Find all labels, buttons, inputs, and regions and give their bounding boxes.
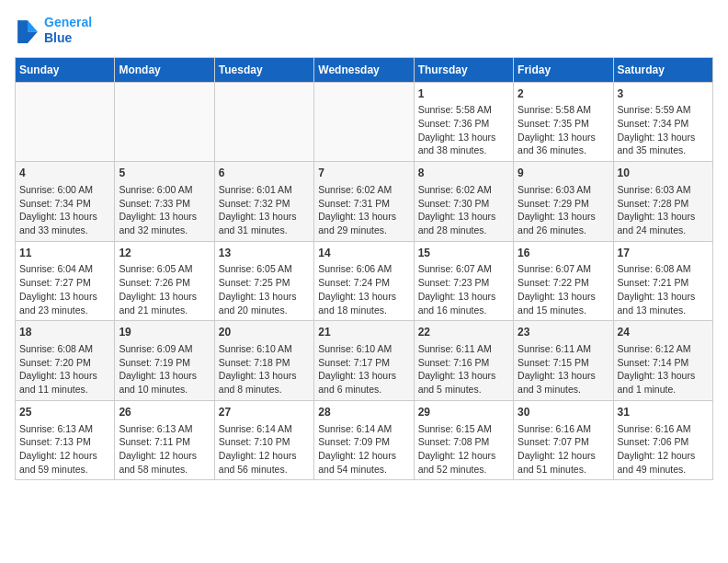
day-number: 3 <box>618 86 709 102</box>
calendar-day: 30Sunrise: 6:16 AMSunset: 7:07 PMDayligh… <box>514 400 613 480</box>
day-info: Sunrise: 6:08 AMSunset: 7:20 PMDaylight:… <box>19 342 110 396</box>
day-info: Sunrise: 6:03 AMSunset: 7:28 PMDaylight:… <box>618 183 709 237</box>
day-number: 26 <box>119 405 210 420</box>
calendar-day <box>115 82 214 162</box>
day-info: Sunrise: 6:16 AMSunset: 7:06 PMDaylight:… <box>618 422 709 477</box>
day-number: 7 <box>318 166 409 181</box>
day-info: Sunrise: 6:13 AMSunset: 7:13 PMDaylight:… <box>19 422 110 477</box>
calendar-day: 15Sunrise: 6:07 AMSunset: 7:23 PMDayligh… <box>414 241 513 321</box>
day-info: Sunrise: 6:00 AMSunset: 7:33 PMDaylight:… <box>119 183 210 237</box>
day-info: Sunrise: 6:14 AMSunset: 7:09 PMDaylight:… <box>318 422 409 477</box>
day-number: 1 <box>418 86 509 102</box>
calendar-header-thursday: Thursday <box>414 57 513 82</box>
day-number: 30 <box>518 405 609 420</box>
day-number: 9 <box>518 166 609 181</box>
svg-marker-2 <box>17 20 28 43</box>
calendar-day: 29Sunrise: 6:15 AMSunset: 7:08 PMDayligh… <box>414 400 513 480</box>
day-info: Sunrise: 6:05 AMSunset: 7:25 PMDaylight:… <box>219 262 310 316</box>
day-number: 31 <box>618 405 709 420</box>
calendar-week-row: 11Sunrise: 6:04 AMSunset: 7:27 PMDayligh… <box>16 241 713 321</box>
calendar-day: 25Sunrise: 6:13 AMSunset: 7:13 PMDayligh… <box>16 400 115 480</box>
calendar-day: 4Sunrise: 6:00 AMSunset: 7:34 PMDaylight… <box>16 162 115 242</box>
calendar-day: 19Sunrise: 6:09 AMSunset: 7:19 PMDayligh… <box>115 321 214 401</box>
calendar-day: 12Sunrise: 6:05 AMSunset: 7:26 PMDayligh… <box>115 241 214 321</box>
day-number: 27 <box>219 405 310 420</box>
day-number: 10 <box>618 166 709 181</box>
day-info: Sunrise: 5:59 AMSunset: 7:34 PMDaylight:… <box>618 103 709 157</box>
day-number: 20 <box>219 325 310 340</box>
calendar-header-sunday: Sunday <box>16 57 115 82</box>
calendar-day <box>314 82 414 162</box>
day-info: Sunrise: 6:07 AMSunset: 7:22 PMDaylight:… <box>518 262 609 316</box>
calendar-header-wednesday: Wednesday <box>314 57 414 82</box>
day-info: Sunrise: 6:09 AMSunset: 7:19 PMDaylight:… <box>119 342 210 396</box>
page-header: General Blue <box>15 15 713 46</box>
calendar-day: 3Sunrise: 5:59 AMSunset: 7:34 PMDaylight… <box>613 82 712 162</box>
day-number: 17 <box>618 246 709 261</box>
logo-icon <box>15 17 40 43</box>
day-info: Sunrise: 6:10 AMSunset: 7:18 PMDaylight:… <box>219 342 310 396</box>
day-number: 25 <box>19 405 110 420</box>
calendar-day: 2Sunrise: 5:58 AMSunset: 7:35 PMDaylight… <box>514 82 613 162</box>
logo: General Blue <box>15 15 92 46</box>
calendar-day <box>16 82 115 162</box>
calendar-day: 5Sunrise: 6:00 AMSunset: 7:33 PMDaylight… <box>115 162 214 242</box>
calendar-day: 20Sunrise: 6:10 AMSunset: 7:18 PMDayligh… <box>214 321 313 401</box>
day-info: Sunrise: 6:12 AMSunset: 7:14 PMDaylight:… <box>618 342 709 396</box>
svg-marker-1 <box>28 31 38 42</box>
day-info: Sunrise: 6:07 AMSunset: 7:23 PMDaylight:… <box>418 262 509 316</box>
svg-marker-0 <box>28 20 38 31</box>
calendar-week-row: 1Sunrise: 5:58 AMSunset: 7:36 PMDaylight… <box>16 82 713 162</box>
day-info: Sunrise: 5:58 AMSunset: 7:35 PMDaylight:… <box>518 103 609 157</box>
day-number: 21 <box>318 325 409 340</box>
day-number: 22 <box>418 325 509 340</box>
calendar-day: 13Sunrise: 6:05 AMSunset: 7:25 PMDayligh… <box>214 241 313 321</box>
calendar-day: 28Sunrise: 6:14 AMSunset: 7:09 PMDayligh… <box>314 400 414 480</box>
day-info: Sunrise: 6:05 AMSunset: 7:26 PMDaylight:… <box>119 262 210 316</box>
calendar-header-monday: Monday <box>115 57 214 82</box>
day-info: Sunrise: 6:11 AMSunset: 7:15 PMDaylight:… <box>518 342 609 396</box>
calendar-table: SundayMondayTuesdayWednesdayThursdayFrid… <box>15 57 713 481</box>
calendar-week-row: 25Sunrise: 6:13 AMSunset: 7:13 PMDayligh… <box>16 400 713 480</box>
day-number: 2 <box>518 86 609 102</box>
day-number: 28 <box>318 405 409 420</box>
day-info: Sunrise: 6:04 AMSunset: 7:27 PMDaylight:… <box>19 262 110 316</box>
calendar-day: 6Sunrise: 6:01 AMSunset: 7:32 PMDaylight… <box>214 162 313 242</box>
calendar-day: 21Sunrise: 6:10 AMSunset: 7:17 PMDayligh… <box>314 321 414 401</box>
day-info: Sunrise: 6:06 AMSunset: 7:24 PMDaylight:… <box>318 262 409 316</box>
day-info: Sunrise: 5:58 AMSunset: 7:36 PMDaylight:… <box>418 103 509 157</box>
day-number: 24 <box>618 325 709 340</box>
day-number: 13 <box>219 246 310 261</box>
day-number: 12 <box>119 246 210 261</box>
calendar-day: 8Sunrise: 6:02 AMSunset: 7:30 PMDaylight… <box>414 162 513 242</box>
day-info: Sunrise: 6:01 AMSunset: 7:32 PMDaylight:… <box>219 183 310 237</box>
day-info: Sunrise: 6:08 AMSunset: 7:21 PMDaylight:… <box>618 262 709 316</box>
calendar-day: 23Sunrise: 6:11 AMSunset: 7:15 PMDayligh… <box>514 321 613 401</box>
calendar-day <box>214 82 313 162</box>
day-number: 11 <box>19 246 110 261</box>
calendar-day: 31Sunrise: 6:16 AMSunset: 7:06 PMDayligh… <box>613 400 712 480</box>
calendar-day: 16Sunrise: 6:07 AMSunset: 7:22 PMDayligh… <box>514 241 613 321</box>
day-number: 14 <box>318 246 409 261</box>
day-info: Sunrise: 6:00 AMSunset: 7:34 PMDaylight:… <box>19 183 110 237</box>
day-number: 23 <box>518 325 609 340</box>
calendar-day: 14Sunrise: 6:06 AMSunset: 7:24 PMDayligh… <box>314 241 414 321</box>
calendar-header-saturday: Saturday <box>613 57 712 82</box>
day-info: Sunrise: 6:14 AMSunset: 7:10 PMDaylight:… <box>219 422 310 477</box>
calendar-week-row: 4Sunrise: 6:00 AMSunset: 7:34 PMDaylight… <box>16 162 713 242</box>
calendar-day: 26Sunrise: 6:13 AMSunset: 7:11 PMDayligh… <box>115 400 214 480</box>
day-info: Sunrise: 6:02 AMSunset: 7:30 PMDaylight:… <box>418 183 509 237</box>
day-info: Sunrise: 6:11 AMSunset: 7:16 PMDaylight:… <box>418 342 509 396</box>
day-info: Sunrise: 6:16 AMSunset: 7:07 PMDaylight:… <box>518 422 609 477</box>
logo-text: General Blue <box>44 15 92 46</box>
day-number: 4 <box>19 166 110 181</box>
day-info: Sunrise: 6:15 AMSunset: 7:08 PMDaylight:… <box>418 422 509 477</box>
calendar-day: 17Sunrise: 6:08 AMSunset: 7:21 PMDayligh… <box>613 241 712 321</box>
day-number: 18 <box>19 325 110 340</box>
calendar-header-friday: Friday <box>514 57 613 82</box>
calendar-day: 18Sunrise: 6:08 AMSunset: 7:20 PMDayligh… <box>16 321 115 401</box>
calendar-day: 24Sunrise: 6:12 AMSunset: 7:14 PMDayligh… <box>613 321 712 401</box>
calendar-day: 1Sunrise: 5:58 AMSunset: 7:36 PMDaylight… <box>414 82 513 162</box>
calendar-week-row: 18Sunrise: 6:08 AMSunset: 7:20 PMDayligh… <box>16 321 713 401</box>
calendar-day: 11Sunrise: 6:04 AMSunset: 7:27 PMDayligh… <box>16 241 115 321</box>
